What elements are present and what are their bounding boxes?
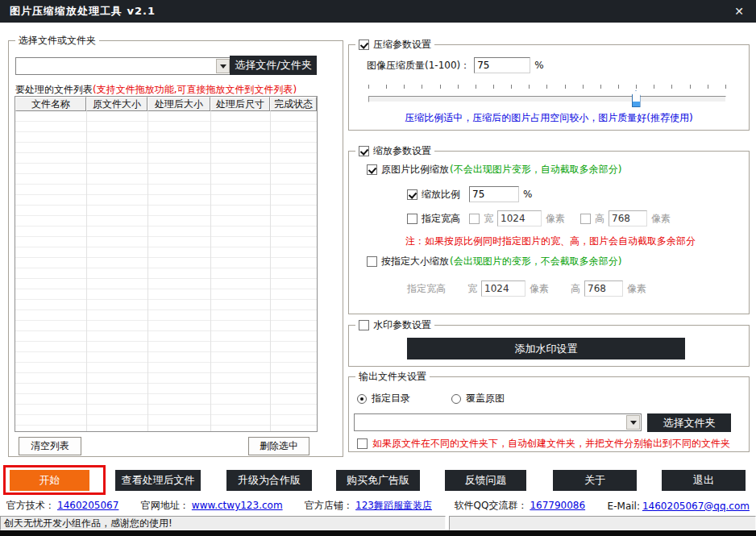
fixed-height-px: 像素: [627, 282, 646, 296]
output-group: 输出文件夹设置 指定目录 覆盖原图 选择文件夹 如果原文件在不同的文件夹下，自动…: [348, 376, 750, 452]
compress-group-label: 压缩参数设置: [373, 38, 431, 52]
column-header-origsize[interactable]: 原文件大小: [86, 97, 147, 111]
about-button[interactable]: 关于: [553, 470, 637, 491]
size-height-checkbox[interactable]: [580, 214, 591, 224]
fixed-height-input[interactable]: [584, 280, 623, 297]
footer-label: E-Mail:: [608, 501, 640, 512]
footer-label: 官方店铺：: [305, 500, 353, 511]
file-group-label: 选择文件或文件夹: [19, 34, 96, 48]
delete-selected-button[interactable]: 删除选中: [248, 437, 309, 455]
footer-item: 官网地址：www.ctwy123.com: [141, 499, 283, 513]
column-header-newdim[interactable]: 处理后尺寸: [210, 97, 270, 111]
window-title: 图片压缩缩放处理工具 v2.1: [10, 4, 156, 19]
feedback-button[interactable]: 反馈问题: [445, 470, 526, 491]
fixed-height-label: 高: [571, 282, 580, 296]
combo-dropdown-icon[interactable]: [626, 415, 640, 430]
title-bar: 图片压缩缩放处理工具 v2.1 ✕: [0, 0, 756, 23]
column-header-status[interactable]: 完成状态: [270, 97, 317, 111]
quality-percent-sign: %: [534, 60, 543, 71]
footer-label: 官方技术：: [6, 500, 55, 511]
select-file-button[interactable]: 选择文件/文件夹: [230, 56, 317, 75]
ratio-checkbox[interactable]: [407, 189, 417, 200]
ratio-percent-sign: %: [523, 189, 532, 200]
size-label: 指定宽高: [422, 212, 460, 226]
scale-enable-checkbox[interactable]: [359, 146, 369, 156]
watermark-enable-checkbox[interactable]: [359, 320, 369, 330]
size-width-checkbox[interactable]: [469, 214, 480, 224]
auto-create-folder-checkbox[interactable]: [357, 438, 368, 449]
scale-group: 缩放参数设置 原图片比例缩放 (不会出现图片变形，自动截取多余部分) 缩放比例 …: [348, 151, 750, 314]
footer-label: 官网地址：: [141, 500, 189, 511]
footer-links: 官方技术：1460205067 官网地址：www.ctwy123.com 官方店…: [0, 497, 756, 514]
footer-link-website[interactable]: www.ctwy123.com: [192, 500, 283, 511]
status-panel-empty: [449, 516, 756, 530]
footer-item: E-Mail:1460205067@qq.com: [608, 501, 750, 512]
select-folder-button[interactable]: 选择文件夹: [647, 413, 731, 432]
exit-button[interactable]: 退出: [662, 470, 746, 491]
slider-tickmarks: [368, 85, 726, 89]
combo-dropdown-icon[interactable]: [216, 59, 230, 73]
view-files-button[interactable]: 查看处理后文件: [115, 470, 201, 491]
file-table-header: 文件名称 原文件大小 处理后大小 处理后尺寸 完成状态: [15, 97, 317, 111]
file-list-table[interactable]: 文件名称 原文件大小 处理后大小 处理后尺寸 完成状态: [15, 96, 318, 432]
status-bar: 创天无忧开发小组作品，感谢您的使用!: [0, 516, 756, 530]
buy-noad-button[interactable]: 购买免广告版: [336, 470, 420, 491]
keep-ratio-checkbox[interactable]: [367, 164, 377, 175]
keep-ratio-hint: (不会出现图片变形，自动截取多余部分): [450, 163, 621, 177]
column-header-newsize[interactable]: 处理后大小: [147, 97, 210, 111]
quality-slider[interactable]: [368, 96, 726, 102]
scale-group-label: 缩放参数设置: [373, 144, 431, 158]
app-window: 图片压缩缩放处理工具 v2.1 ✕ 选择文件或文件夹 选择文件/文件夹 要处理的…: [0, 0, 756, 536]
start-button[interactable]: 开始: [10, 470, 89, 491]
output-overwrite-label: 覆盖原图: [466, 392, 505, 405]
fixed-width-input[interactable]: [481, 280, 525, 297]
footer-link-email[interactable]: 1460205067@qq.com: [642, 501, 750, 512]
size-height-label: 高: [595, 212, 604, 226]
column-header-filename[interactable]: 文件名称: [15, 97, 86, 111]
close-icon[interactable]: ✕: [722, 5, 756, 18]
output-overwrite-radio[interactable]: [451, 394, 461, 404]
upgrade-button[interactable]: 升级为合作版: [226, 470, 312, 491]
file-list-label: 要处理的文件列表: [15, 83, 93, 97]
compress-enable-checkbox[interactable]: [359, 39, 369, 50]
footer-item: 官方技术：1460205067: [6, 499, 118, 513]
file-list-hint: (支持文件拖放功能,可直接拖放文件到文件列表): [93, 83, 297, 97]
size-width-input[interactable]: [497, 210, 542, 226]
file-table-body[interactable]: [15, 111, 317, 431]
watermark-group: 水印参数设置 添加水印设置: [348, 325, 750, 367]
fixed-scale-checkbox[interactable]: [367, 256, 377, 267]
keep-ratio-label: 原图片比例缩放: [381, 163, 449, 177]
output-folder-combobox[interactable]: [354, 413, 642, 431]
ratio-input[interactable]: [469, 186, 519, 202]
footer-item: 官方店铺：123舞蹈服童装店: [305, 499, 432, 513]
watermark-group-label: 水印参数设置: [373, 318, 431, 332]
output-group-label: 输出文件夹设置: [359, 370, 426, 384]
scale-note: 注：如果按原比例同时指定图片的宽、高，图片会自动截取多余部分: [405, 235, 696, 248]
ratio-label: 缩放比例: [422, 188, 460, 202]
size-height-input[interactable]: [609, 210, 647, 226]
file-select-group: 选择文件或文件夹 选择文件/文件夹 要处理的文件列表 (支持文件拖放功能,可直接…: [8, 40, 343, 457]
footer-link-shop[interactable]: 123舞蹈服童装店: [355, 500, 432, 511]
footer-link-qqgroup[interactable]: 167790086: [530, 500, 585, 511]
footer-link-qq[interactable]: 1460205067: [57, 500, 118, 511]
auto-create-folder-label: 如果原文件在不同的文件夹下，自动创建文件夹，并把文件分别输出到不同的文件夹: [372, 437, 730, 451]
size-width-px: 像素: [546, 212, 565, 226]
size-checkbox[interactable]: [407, 214, 417, 224]
quality-slider-thumb[interactable]: [632, 90, 641, 107]
quality-label: 图像压缩质量(1-100)：: [367, 59, 470, 73]
fixed-scale-hint: (会出现图片的变形，不会截取多余部分): [450, 255, 621, 268]
add-watermark-button[interactable]: 添加水印设置: [407, 338, 685, 359]
size-width-label: 宽: [484, 212, 493, 226]
fixed-size-label: 指定宽高: [407, 282, 446, 296]
quality-hint: 压缩比例适中，压缩后的图片占用空间较小，图片质量好(推荐使用): [349, 111, 749, 125]
compress-group: 压缩参数设置 图像压缩质量(1-100)： % 压缩比例适中，压缩后的图片占用空…: [348, 44, 750, 131]
size-height-px: 像素: [651, 212, 671, 226]
window-bottom-edge: [0, 530, 756, 536]
path-combobox[interactable]: [15, 57, 231, 75]
clear-list-button[interactable]: 清空列表: [19, 437, 81, 455]
status-message: 创天无忧开发小组作品，感谢您的使用!: [4, 517, 172, 530]
output-dir-radio[interactable]: [357, 394, 367, 404]
fixed-scale-label: 按指定大小缩放: [381, 255, 449, 268]
quality-input[interactable]: [474, 57, 530, 73]
fixed-width-label: 宽: [467, 282, 477, 296]
